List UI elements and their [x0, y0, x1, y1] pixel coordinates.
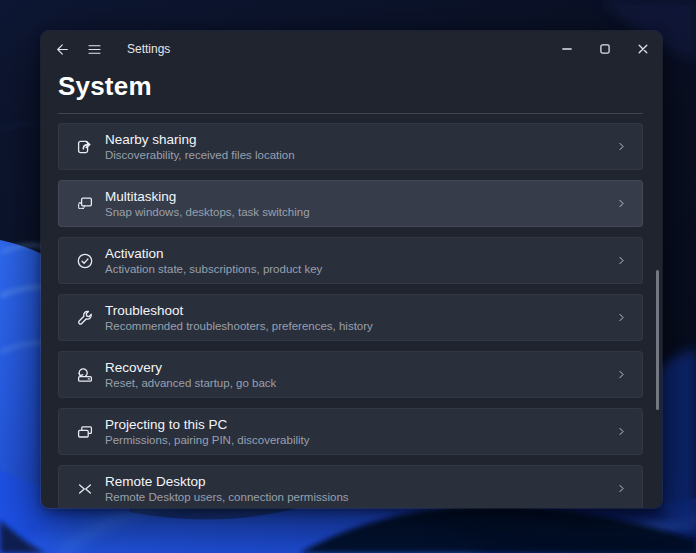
settings-item-description: Activation state, subscriptions, product… — [105, 263, 322, 276]
activation-icon — [75, 251, 95, 271]
chevron-right-icon — [615, 368, 628, 381]
chevron-right-icon — [615, 254, 628, 267]
settings-item-label: Troubleshoot — [105, 303, 373, 318]
settings-item-description: Reset, advanced startup, go back — [105, 377, 276, 390]
settings-item-description: Snap windows, desktops, task switching — [105, 206, 310, 219]
projecting-icon — [75, 422, 95, 442]
settings-item-label: Recovery — [105, 360, 276, 375]
minimize-icon — [562, 44, 572, 54]
chevron-right-icon — [615, 311, 628, 324]
maximize-button[interactable] — [586, 31, 624, 67]
chevron-right-icon — [615, 197, 628, 210]
troubleshoot-icon — [75, 308, 95, 328]
chevron-right-icon — [615, 140, 628, 153]
settings-item-label: Nearby sharing — [105, 132, 295, 147]
titlebar: Settings — [41, 31, 662, 67]
nearby-sharing-icon — [75, 137, 95, 157]
multitasking-icon — [75, 194, 95, 214]
settings-item-label: Projecting to this PC — [105, 417, 310, 432]
recovery-icon — [75, 365, 95, 385]
settings-item-label: Remote Desktop — [105, 474, 349, 489]
menu-button[interactable] — [81, 36, 107, 62]
scrollbar-thumb[interactable] — [656, 270, 659, 410]
chevron-right-icon — [615, 482, 628, 495]
back-arrow-icon — [54, 41, 71, 58]
remote-desktop-icon — [75, 479, 95, 499]
settings-item-description: Discoverability, received files location — [105, 149, 295, 162]
maximize-icon — [600, 44, 610, 54]
back-button[interactable] — [49, 36, 75, 62]
settings-list-item[interactable]: Activation Activation state, subscriptio… — [58, 237, 643, 284]
settings-list-item[interactable]: Nearby sharing Discoverability, received… — [58, 123, 643, 170]
settings-item-label: Multitasking — [105, 189, 310, 204]
minimize-button[interactable] — [548, 31, 586, 67]
settings-item-description: Permissions, pairing PIN, discoverabilit… — [105, 434, 310, 447]
chevron-right-icon — [615, 425, 628, 438]
settings-item-label: Activation — [105, 246, 322, 261]
settings-item-description: Remote Desktop users, connection permiss… — [105, 491, 349, 504]
desktop: Settings — [0, 0, 696, 553]
hamburger-menu-icon — [86, 41, 103, 58]
page-content: System Nearby sharing Discoverability, r… — [41, 69, 662, 508]
close-icon — [638, 44, 648, 54]
settings-item-description: Recommended troubleshooters, preferences… — [105, 320, 373, 333]
page-title: System — [58, 69, 643, 103]
settings-list: Nearby sharing Discoverability, received… — [58, 123, 643, 508]
close-button[interactable] — [624, 31, 662, 67]
header-divider — [58, 113, 643, 114]
settings-list-item[interactable]: Multitasking Snap windows, desktops, tas… — [58, 180, 643, 227]
settings-list-item[interactable]: Troubleshoot Recommended troubleshooters… — [58, 294, 643, 341]
window-title: Settings — [127, 42, 170, 56]
settings-list-item[interactable]: Recovery Reset, advanced startup, go bac… — [58, 351, 643, 398]
settings-list-item[interactable]: Remote Desktop Remote Desktop users, con… — [58, 465, 643, 508]
titlebar-left: Settings — [41, 36, 170, 62]
window-controls — [548, 31, 662, 67]
settings-list-item[interactable]: Projecting to this PC Permissions, pairi… — [58, 408, 643, 455]
settings-window: Settings — [41, 31, 662, 508]
